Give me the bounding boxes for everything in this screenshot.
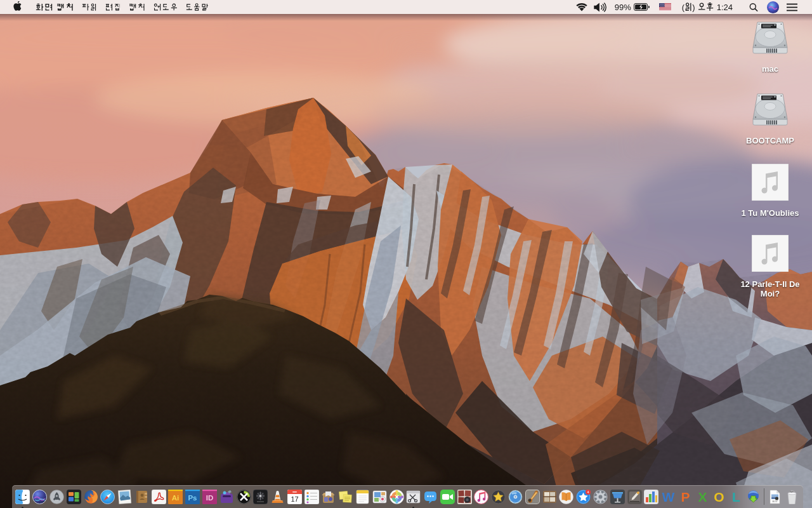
svg-text:L: L xyxy=(732,490,740,504)
svg-text:O: O xyxy=(714,490,724,504)
svg-text:MOV: MOV xyxy=(772,500,778,503)
svg-text:P: P xyxy=(681,490,690,504)
svg-text:W: W xyxy=(662,490,675,504)
svg-text:17: 17 xyxy=(291,495,298,502)
svg-text:4: 4 xyxy=(587,490,589,493)
svg-text:ID: ID xyxy=(206,493,214,501)
svg-text:X: X xyxy=(698,490,707,504)
svg-text:Ps: Ps xyxy=(188,493,197,501)
svg-text:Ai: Ai xyxy=(172,493,180,501)
